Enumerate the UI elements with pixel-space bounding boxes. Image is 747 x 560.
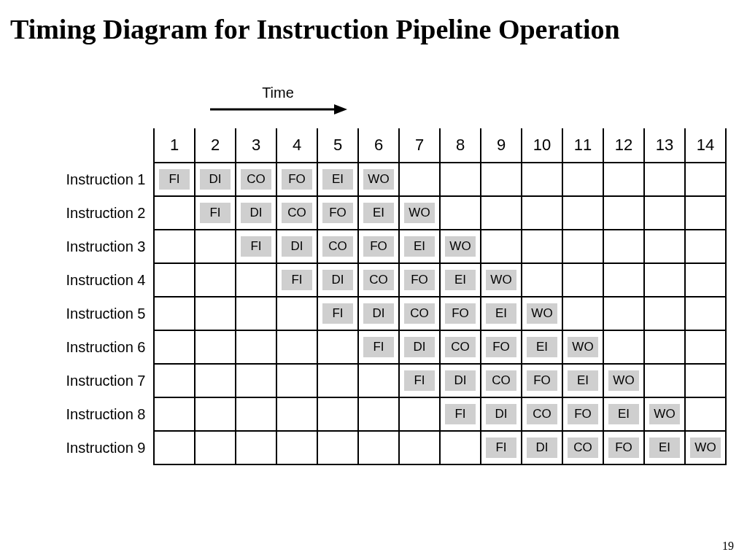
pipeline-cell: DI — [399, 330, 440, 364]
table-row: Instruction 8FIDICOFOEIWO — [58, 397, 726, 431]
pipeline-cell: DI — [236, 196, 276, 230]
pipeline-cell — [603, 330, 644, 364]
svg-marker-1 — [334, 104, 347, 114]
row-label: Instruction 2 — [58, 196, 154, 230]
pipeline-cell — [399, 431, 440, 464]
pipeline-cell — [481, 230, 522, 263]
pipeline-cell: DI — [481, 397, 522, 431]
pipeline-cell — [317, 397, 358, 431]
pipeline-cell — [154, 230, 195, 263]
pipeline-cell: WO — [481, 263, 522, 297]
stage-label: WO — [445, 236, 476, 257]
pipeline-cell — [562, 297, 603, 330]
pipeline-cell: EI — [440, 263, 481, 297]
pipeline-cell: EI — [522, 330, 562, 364]
stage-label: WO — [608, 370, 639, 391]
column-header: 6 — [358, 128, 399, 163]
pipeline-cell: EI — [603, 397, 644, 431]
pipeline-cell — [685, 330, 726, 364]
pipeline-cell — [276, 364, 317, 397]
stage-label: CO — [363, 270, 394, 290]
pipeline-cell: WO — [522, 297, 562, 330]
pipeline-cell: DI — [358, 297, 399, 330]
pipeline-cell — [685, 163, 726, 196]
stage-label: FO — [322, 203, 353, 223]
stage-label: WO — [527, 303, 557, 324]
pipeline-cell: CO — [440, 330, 481, 364]
table-row: Instruction 2FIDICOFOEIWO — [58, 196, 726, 230]
pipeline-cell — [685, 263, 726, 297]
row-label: Instruction 9 — [58, 431, 154, 464]
pipeline-cell: WO — [644, 397, 685, 431]
column-header: 5 — [317, 128, 358, 163]
pipeline-cell — [440, 163, 481, 196]
pipeline-cell — [644, 330, 685, 364]
stage-label: FO — [486, 337, 516, 357]
pipeline-cell — [522, 163, 562, 196]
stage-label: FO — [363, 236, 394, 257]
stage-label: DI — [445, 370, 476, 391]
row-label: Instruction 8 — [58, 397, 154, 431]
pipeline-cell — [440, 196, 481, 230]
row-label: Instruction 6 — [58, 330, 154, 364]
pipeline-cell — [522, 263, 562, 297]
pipeline-cell: FO — [317, 196, 358, 230]
stage-label: FI — [445, 404, 476, 424]
column-header: 3 — [236, 128, 276, 163]
stage-label: WO — [568, 337, 598, 357]
pipeline-cell: FI — [154, 163, 195, 196]
stage-label: CO — [282, 203, 312, 223]
row-label: Instruction 7 — [58, 364, 154, 397]
stage-label: FO — [445, 303, 476, 324]
stage-label: FO — [608, 438, 639, 458]
pipeline-cell — [562, 163, 603, 196]
table-row: Instruction 3FIDICOFOEIWO — [58, 230, 726, 263]
stage-label: CO — [445, 337, 476, 357]
pipeline-cell — [603, 196, 644, 230]
pipeline-cell — [276, 330, 317, 364]
column-header: 8 — [440, 128, 481, 163]
row-label: Instruction 5 — [58, 297, 154, 330]
stage-label: EI — [363, 203, 394, 223]
pipeline-cell: WO — [685, 431, 726, 464]
corner-blank — [58, 128, 154, 163]
row-label: Instruction 1 — [58, 163, 154, 196]
stage-label: FI — [404, 370, 435, 391]
stage-label: CO — [404, 303, 435, 324]
column-header: 7 — [399, 128, 440, 163]
pipeline-cell — [195, 330, 236, 364]
pipeline-cell — [195, 364, 236, 397]
pipeline-table: 1234567891011121314Instruction 1FIDICOFO… — [58, 128, 727, 465]
pipeline-cell — [644, 263, 685, 297]
pipeline-cell — [603, 297, 644, 330]
arrow-right-icon — [209, 103, 347, 116]
pipeline-cell — [685, 196, 726, 230]
column-header: 14 — [685, 128, 726, 163]
pipeline-cell: CO — [522, 397, 562, 431]
table-row: Instruction 4FIDICOFOEIWO — [58, 263, 726, 297]
pipeline-cell: EI — [562, 364, 603, 397]
pipeline-cell — [685, 230, 726, 263]
pipeline-cell: EI — [358, 196, 399, 230]
stage-label: DI — [363, 303, 394, 324]
pipeline-cell: FO — [358, 230, 399, 263]
pipeline-cell: FI — [276, 263, 317, 297]
pipeline-grid: 1234567891011121314Instruction 1FIDICOFO… — [58, 128, 727, 465]
pipeline-cell: WO — [358, 163, 399, 196]
pipeline-cell: FI — [236, 230, 276, 263]
column-header: 2 — [195, 128, 236, 163]
pipeline-cell — [236, 431, 276, 464]
pipeline-cell — [685, 297, 726, 330]
pipeline-cell — [522, 230, 562, 263]
pipeline-cell — [236, 297, 276, 330]
stage-label: FO — [404, 270, 435, 290]
pipeline-cell — [685, 397, 726, 431]
pipeline-cell — [440, 431, 481, 464]
stage-label: EI — [445, 270, 476, 290]
pipeline-cell: WO — [562, 330, 603, 364]
pipeline-cell — [317, 364, 358, 397]
pipeline-cell — [236, 397, 276, 431]
pipeline-cell — [195, 263, 236, 297]
pipeline-cell — [644, 230, 685, 263]
stage-label: WO — [690, 438, 721, 458]
